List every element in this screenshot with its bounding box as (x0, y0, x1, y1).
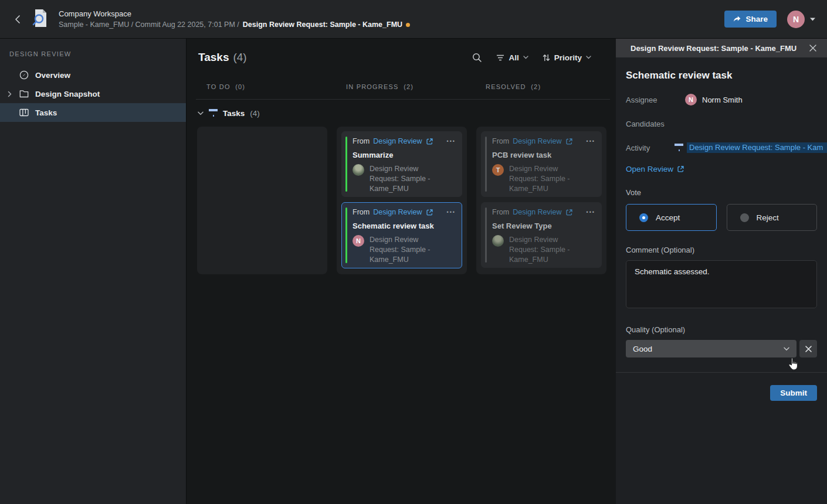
sort-icon (543, 54, 550, 62)
external-link-icon[interactable] (565, 209, 573, 216)
top-bar: Company Workspace Sample - Kame_FMU / Co… (0, 0, 827, 39)
panel-body: Schematic review task Assignee N Norm Sm… (616, 57, 827, 504)
task-card-set-review-type[interactable]: From Design Review ••• Set Review Type D… (481, 202, 602, 268)
card-from-label: From (353, 208, 370, 216)
sidebar-item-design-snapshot[interactable]: Design Snapshot (0, 84, 186, 103)
card-reference: Design Review Request: Sample - Kame_FMU (509, 164, 582, 194)
close-icon (805, 346, 812, 352)
sidebar-item-overview[interactable]: Overview (0, 66, 186, 84)
quality-clear-button[interactable] (799, 340, 817, 357)
chevron-down-icon (784, 347, 789, 351)
card-from-label: From (492, 208, 509, 216)
close-icon[interactable] (807, 42, 819, 54)
quality-value: Good (633, 345, 652, 353)
assignee-avatar: T (492, 164, 504, 176)
back-button[interactable] (9, 11, 26, 28)
tasks-group-row[interactable]: Tasks (4) (187, 100, 616, 127)
quality-label: Quality (Optional) (626, 325, 817, 334)
card-menu-icon[interactable]: ••• (587, 138, 595, 144)
content-area: DESIGN REVIEW Overview Design Snapshot (0, 39, 827, 504)
assignee-name: Norm Smith (702, 96, 743, 104)
card-source-link[interactable]: Design Review (513, 208, 561, 216)
chevron-right-icon[interactable] (8, 91, 12, 97)
task-card-schematic-review[interactable]: From Design Review ••• Schematic review … (341, 202, 462, 268)
external-link-icon[interactable] (426, 138, 433, 145)
card-menu-icon[interactable]: ••• (587, 209, 595, 215)
app-window: { "colors": { "accent_blue": "#3f8ae0", … (0, 0, 827, 504)
open-review-label: Open Review (626, 165, 673, 173)
external-link-icon (677, 165, 684, 173)
assignee-avatar (492, 235, 504, 247)
card-source-link[interactable]: Design Review (373, 208, 422, 216)
card-reference: Design Review Request: Sample - Kame_FMU (509, 235, 582, 265)
breadcrumb-current: Design Review Request: Sample - Kame_FMU (243, 21, 402, 29)
activity-link[interactable]: Design Review Request: Sample - Kam (687, 142, 827, 153)
vote-accept-button[interactable]: Accept (626, 204, 717, 231)
chevron-down-icon (198, 111, 204, 115)
assignee-avatar (353, 164, 364, 176)
assignee-row: Assignee N Norm Smith (626, 94, 817, 105)
group-count: (4) (250, 109, 260, 118)
filter-dropdown[interactable]: All (496, 53, 528, 62)
card-source-link[interactable]: Design Review (513, 137, 561, 145)
user-avatar[interactable]: N (787, 11, 805, 28)
task-title: Schematic review task (626, 70, 817, 81)
card-title: PCB review task (492, 151, 595, 159)
card-menu-icon[interactable]: ••• (447, 138, 456, 144)
column-headers: TO DO (0) IN PROGRESS (2) RESOLVED (2) (187, 80, 616, 94)
page-title: Tasks (198, 51, 229, 64)
radio-unselected-icon (740, 213, 749, 222)
board-header: Tasks (4) All (187, 39, 616, 76)
card-title: Summarize (353, 151, 456, 159)
vote-reject-button[interactable]: Reject (727, 204, 818, 231)
share-icon (733, 16, 741, 22)
column-header-resolved: RESOLVED (2) (476, 83, 606, 90)
comment-label: Comment (Optional) (626, 246, 817, 254)
account-menu-caret-icon[interactable] (810, 18, 815, 21)
breadcrumb-path[interactable]: Sample - Kame_FMU / Commit Aug 22 2025, … (59, 21, 239, 29)
reject-label: Reject (757, 213, 779, 222)
accept-label: Accept (656, 213, 680, 222)
card-source-link[interactable]: Design Review (373, 137, 422, 145)
search-icon[interactable] (472, 53, 482, 63)
filter-icon (496, 55, 504, 61)
kanban-columns: From Design Review ••• Summarize Design … (187, 127, 616, 274)
sidebar-item-label: Overview (35, 71, 70, 80)
open-review-link[interactable]: Open Review (626, 165, 684, 173)
external-link-icon[interactable] (426, 209, 433, 216)
card-from-label: From (353, 137, 370, 145)
folder-icon (19, 90, 29, 98)
column-header-in-progress: IN PROGRESS (2) (337, 83, 467, 90)
candidates-row: Candidates (626, 118, 817, 130)
sidebar: DESIGN REVIEW Overview Design Snapshot (0, 39, 187, 504)
chevron-down-icon (586, 56, 591, 59)
share-button[interactable]: Share (724, 11, 777, 28)
panel-header: Design Review Request: Sample - Kame_FMU (616, 39, 827, 57)
submit-button[interactable]: Submit (770, 385, 817, 401)
task-card-summarize[interactable]: From Design Review ••• Summarize Design … (341, 131, 462, 197)
task-card-pcb-review[interactable]: From Design Review ••• PCB review task T… (481, 131, 602, 197)
candidates-label: Candidates (626, 120, 685, 128)
panel-header-title: Design Review Request: Sample - Kame_FMU (631, 44, 807, 53)
board-icon (19, 108, 29, 117)
sidebar-item-tasks[interactable]: Tasks (0, 103, 186, 122)
external-link-icon[interactable] (565, 138, 573, 145)
chevron-down-icon (523, 56, 528, 59)
column-in-progress: From Design Review ••• Summarize Design … (337, 127, 467, 274)
assignee-avatar: N (685, 94, 697, 105)
assignee-label: Assignee (626, 96, 685, 104)
column-resolved: From Design Review ••• PCB review task T… (476, 127, 606, 274)
card-reference: Design Review Request: Sample - Kame_FMU (370, 235, 442, 265)
review-detail-panel: Design Review Request: Sample - Kame_FMU… (616, 39, 827, 504)
status-accent-bar (485, 207, 487, 263)
activity-board-icon (675, 144, 683, 152)
tasks-board: Tasks (4) All (187, 39, 616, 504)
vote-label: Vote (626, 188, 817, 197)
sidebar-item-label: Tasks (35, 108, 57, 117)
activity-label: Activity (626, 144, 675, 152)
quality-select[interactable]: Good (626, 340, 797, 357)
card-menu-icon[interactable]: ••• (447, 209, 456, 215)
card-from-label: From (492, 137, 509, 145)
sort-dropdown[interactable]: Priority (543, 53, 591, 62)
comment-textarea[interactable]: Schematic assessed. (626, 260, 817, 308)
